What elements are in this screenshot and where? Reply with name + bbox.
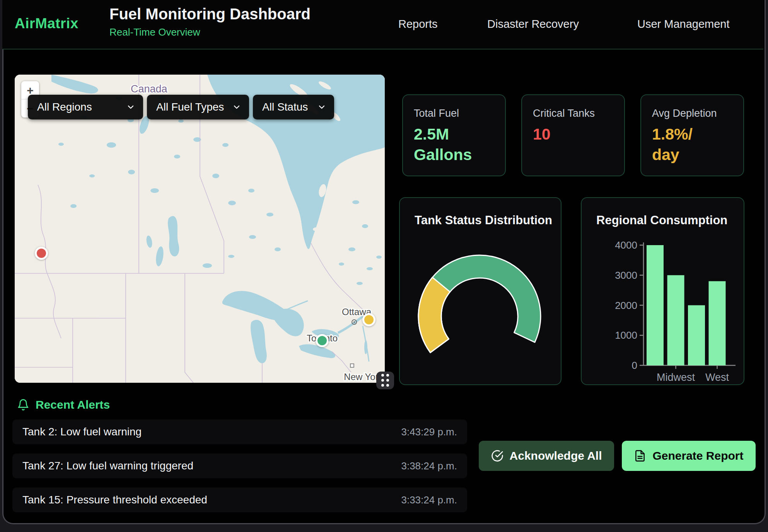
normal-tank-marker[interactable] (316, 334, 329, 347)
alert-timestamp: 3:43:29 p.m. (401, 426, 457, 438)
x-tick-label: Midwest (657, 372, 695, 383)
recent-alerts-header: Recent Alerts (17, 398, 110, 411)
stat-value: 1.8%/ day (652, 124, 732, 165)
y-tick-label: 1000 (615, 329, 637, 341)
y-tick-label: 4000 (615, 239, 637, 251)
alert-row[interactable]: Tank 27: Low fuel warning triggered 3:38… (12, 454, 467, 478)
tank-status-donut-chart (416, 252, 543, 380)
donut-segment-warning[interactable] (418, 277, 450, 352)
generate-report-label: Generate Report (652, 449, 743, 462)
label-canada: Canada (131, 83, 168, 95)
critical-tank-marker[interactable] (35, 247, 48, 260)
fuel-type-filter-value: All Fuel Types (156, 101, 224, 113)
map-canvas: Canada Ottawa Toronto New York (15, 75, 385, 383)
alert-timestamp: 3:33:24 p.m. (401, 494, 457, 506)
nav-user-management[interactable]: User Management (637, 18, 730, 31)
alert-row[interactable]: Tank 2: Low fuel warning 3:43:29 p.m. (12, 419, 467, 444)
acknowledge-all-button[interactable]: Acknowledge All (479, 441, 614, 471)
stat-value: 2.5M Gallons (414, 124, 494, 165)
nav-disaster-recovery[interactable]: Disaster Recovery (487, 18, 579, 31)
y-tick-label: 2000 (615, 300, 637, 311)
bar-2[interactable] (688, 305, 705, 366)
regional-consumption-bar-chart: 01000200030004000MidwestWest (582, 198, 745, 386)
stat-label: Total Fuel (414, 107, 494, 119)
y-tick-label: 3000 (615, 269, 637, 281)
stat-label: Critical Tanks (533, 107, 613, 119)
acknowledge-all-label: Acknowledge All (510, 449, 602, 462)
top-bar: AirMatrix Fuel Monitoring Dashboard Real… (2, 0, 763, 49)
chevron-down-icon (232, 102, 241, 112)
chart-title: Tank Status Distribution (415, 213, 552, 227)
regional-consumption-chart-card: Regional Consumption 01000200030004000Mi… (581, 197, 744, 385)
region-filter-value: All Regions (37, 101, 92, 113)
nav-reports[interactable]: Reports (398, 18, 438, 31)
status-filter-dropdown[interactable]: All Status (253, 95, 334, 119)
brand-logo: AirMatrix (15, 15, 79, 32)
stat-card-avg-depletion: Avg Depletion 1.8%/ day (640, 94, 744, 176)
bell-icon (17, 399, 29, 411)
chevron-down-icon (317, 102, 326, 112)
alert-message: Tank 15: Pressure threshold exceeded (22, 494, 207, 506)
chevron-down-icon (126, 102, 135, 112)
recent-alerts-title: Recent Alerts (36, 398, 110, 411)
warning-tank-marker[interactable] (362, 313, 375, 326)
generate-report-button[interactable]: Generate Report (622, 441, 756, 471)
page-title: Fuel Monitoring Dashboard (109, 5, 311, 23)
alert-timestamp: 3:38:24 p.m. (401, 460, 457, 472)
stat-card-critical-tanks: Critical Tanks 10 (521, 94, 625, 176)
status-filter-value: All Status (262, 101, 308, 113)
page-title-block: Fuel Monitoring Dashboard Real-Time Over… (109, 5, 311, 38)
bar-1[interactable] (667, 275, 684, 365)
stat-value: 10 (533, 124, 613, 145)
stat-label: Avg Depletion (652, 107, 732, 119)
document-icon (634, 450, 646, 462)
stat-card-total-fuel: Total Fuel 2.5M Gallons (402, 94, 506, 176)
check-circle-icon (491, 450, 503, 462)
bar-0[interactable] (647, 245, 664, 365)
page-subtitle: Real-Time Overview (109, 26, 311, 38)
bar-3[interactable] (709, 281, 726, 365)
fuel-type-filter-dropdown[interactable]: All Fuel Types (147, 95, 249, 119)
map-resize-handle[interactable] (376, 372, 394, 389)
alert-row[interactable]: Tank 15: Pressure threshold exceeded 3:3… (12, 488, 467, 512)
y-tick-label: 0 (632, 360, 637, 371)
tank-map[interactable]: Canada Ottawa Toronto New York (15, 75, 385, 383)
alert-message: Tank 27: Low fuel warning triggered (22, 460, 193, 472)
alert-message: Tank 2: Low fuel warning (22, 426, 142, 438)
tank-status-chart-card: Tank Status Distribution (399, 197, 561, 385)
region-filter-dropdown[interactable]: All Regions (28, 95, 143, 119)
x-tick-label: West (705, 372, 729, 383)
